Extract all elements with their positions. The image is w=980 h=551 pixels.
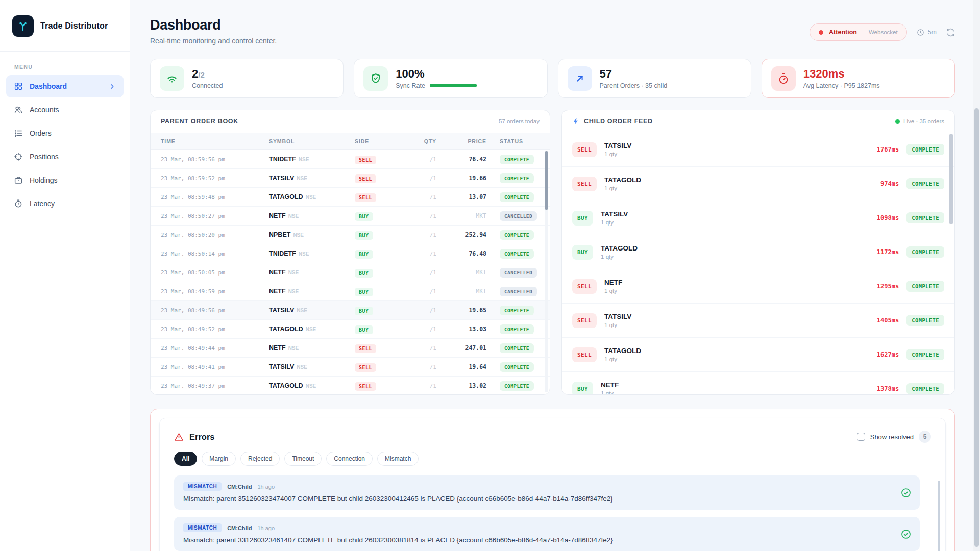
child-status-badge: COMPLETE <box>906 349 944 360</box>
child-status-badge: COMPLETE <box>906 281 944 292</box>
filter-chip-connection[interactable]: Connection <box>326 452 373 466</box>
errors-title: Errors <box>189 432 215 442</box>
resolve-check-icon[interactable] <box>900 487 912 498</box>
sidebar-item-holdings[interactable]: Holdings <box>6 169 124 191</box>
sidebar-item-orders[interactable]: Orders <box>6 122 124 144</box>
parent-order-book-title: PARENT ORDER BOOK <box>161 118 238 125</box>
order-symbol: TNIDETFNSE <box>269 156 355 163</box>
order-status-cell: CANCELLED <box>486 267 550 278</box>
order-row[interactable]: 23 Mar, 08:49:44 pmNETFNSESELL/1247.01CO… <box>151 339 550 358</box>
sidebar-item-label: Orders <box>30 129 52 137</box>
order-side-cell: SELL <box>355 155 402 164</box>
order-exchange: NSE <box>306 327 316 332</box>
attention-label: Attention <box>829 29 857 36</box>
child-feed-scrollbar <box>949 134 953 392</box>
order-symbol: NETFNSE <box>269 212 355 219</box>
show-resolved-label: Show resolved <box>870 433 914 441</box>
order-row[interactable]: 23 Mar, 08:59:52 pmTATSILVNSESELL/119.66… <box>151 169 550 188</box>
order-row[interactable]: 23 Mar, 08:50:20 pmNPBETNSEBUY/1252.94CO… <box>151 226 550 244</box>
sidebar-item-latency[interactable]: Latency <box>6 192 124 215</box>
order-time: 23 Mar, 08:49:44 pm <box>161 345 269 352</box>
side-badge: SELL <box>355 156 376 164</box>
order-row[interactable]: 23 Mar, 08:49:52 pmTATAGOLDNSEBUY/113.03… <box>151 320 550 339</box>
child-feed-rows: SELLTATSILV1 qty1767msCOMPLETESELLTATAGO… <box>562 133 954 395</box>
sidebar-item-label: Positions <box>30 153 59 161</box>
refresh-interval-label: 5m <box>928 29 937 36</box>
order-price: MKT <box>436 288 486 295</box>
child-side-badge: BUY <box>572 382 593 395</box>
column-header-symbol: SYMBOL <box>269 138 355 144</box>
order-row[interactable]: 23 Mar, 08:50:05 pmNETFNSEBUY/1MKTCANCEL… <box>151 263 550 282</box>
child-order-row: SELLTATAGOLD1 qty974msCOMPLETE <box>562 167 954 201</box>
sidebar-item-dashboard[interactable]: Dashboard <box>6 75 124 97</box>
stat-body: 57Parent Orders · 35 child <box>600 67 668 89</box>
order-row[interactable]: 23 Mar, 08:50:27 pmNETFNSEBUY/1MKTCANCEL… <box>151 207 550 226</box>
error-list: MISMATCHCM:Child1h agoMismatch: parent 3… <box>174 475 931 551</box>
errors-header: Errors Show resolved 5 <box>174 431 931 443</box>
stat-value: 1320ms <box>803 67 880 80</box>
child-order-metrics: 1767msCOMPLETE <box>877 144 944 155</box>
order-row[interactable]: 23 Mar, 08:49:37 pmTATAGOLDNSESELL/113.0… <box>151 377 550 395</box>
order-symbol: TNIDETFNSE <box>269 250 355 257</box>
filter-chip-all[interactable]: All <box>174 452 197 466</box>
filter-chip-mismatch[interactable]: Mismatch <box>377 452 419 466</box>
side-badge: SELL <box>355 174 376 183</box>
errors-scrollbar-thumb[interactable] <box>938 481 940 551</box>
order-row[interactable]: 23 Mar, 08:59:48 pmTATAGOLDNSESELL/113.0… <box>151 188 550 207</box>
filter-chip-rejected[interactable]: Rejected <box>240 452 280 466</box>
shield-check-icon <box>370 72 382 85</box>
brand: Trade Distributor <box>0 0 130 52</box>
error-scope: CM:Child <box>227 484 252 490</box>
order-row[interactable]: 23 Mar, 08:49:56 pmTATSILVNSEBUY/119.65C… <box>151 301 550 320</box>
child-order-info: NETF1 qty <box>601 381 619 395</box>
order-row[interactable]: 23 Mar, 08:49:41 pmTATSILVNSESELL/119.64… <box>151 358 550 377</box>
side-badge: SELL <box>355 363 376 372</box>
order-row[interactable]: 23 Mar, 08:50:14 pmTNIDETFNSEBUY/176.48C… <box>151 244 550 263</box>
sidebar: Trade Distributor MENU DashboardAccounts… <box>0 0 130 551</box>
sidebar-item-accounts[interactable]: Accounts <box>6 98 124 121</box>
sidebar-item-label: Latency <box>30 199 55 208</box>
order-time: 23 Mar, 08:50:20 pm <box>161 232 269 238</box>
errors-card: Errors Show resolved 5 AllMarginRejected… <box>150 409 955 551</box>
refresh-icon[interactable] <box>946 28 955 37</box>
child-symbol: TATAGOLD <box>604 347 641 355</box>
side-badge: BUY <box>355 250 373 259</box>
order-row[interactable]: 23 Mar, 08:59:56 pmTNIDETFNSESELL/176.42… <box>151 150 550 169</box>
order-time: 23 Mar, 08:50:05 pm <box>161 269 269 276</box>
status-badge: COMPLETE <box>500 362 534 372</box>
sidebar-item-positions[interactable]: Positions <box>6 145 124 168</box>
error-item: MISMATCHCM:Child1h agoMismatch: parent 3… <box>174 475 920 510</box>
child-qty: 1 qty <box>601 219 628 226</box>
parent-table-scrollbar-thumb[interactable] <box>545 151 548 210</box>
stat-body: 1320msAvg Latency · P95 1827ms <box>803 67 880 89</box>
attention-status-badge[interactable]: Attention Websocket <box>810 23 907 41</box>
child-qty: 1 qty <box>601 254 638 260</box>
order-row[interactable]: 23 Mar, 08:49:59 pmNETFNSEBUY/1MKTCANCEL… <box>151 282 550 301</box>
stat-value: 100% <box>396 67 477 80</box>
side-badge: BUY <box>355 231 373 240</box>
sidebar-item-label: Dashboard <box>30 82 67 90</box>
filter-chip-timeout[interactable]: Timeout <box>284 452 322 466</box>
page-title: Dashboard <box>150 17 277 33</box>
filter-chip-margin[interactable]: Margin <box>202 452 236 466</box>
resolve-check-icon[interactable] <box>900 529 912 540</box>
status-badge: COMPLETE <box>500 173 534 183</box>
panels-row: PARENT ORDER BOOK 57 orders today TIMESY… <box>150 110 955 395</box>
error-time: 1h ago <box>257 525 275 531</box>
order-price: 76.42 <box>436 156 486 163</box>
order-exchange: NSE <box>306 383 316 389</box>
order-status-cell: COMPLETE <box>486 381 550 391</box>
stat-value: 2/2 <box>192 67 223 80</box>
child-order-info: TATAGOLD1 qty <box>604 176 641 191</box>
order-time: 23 Mar, 08:49:56 pm <box>161 307 269 314</box>
child-order-feed-title: CHILD ORDER FEED <box>584 118 653 125</box>
page-scrollbar-thumb[interactable] <box>974 108 979 547</box>
order-price: 13.07 <box>436 193 486 201</box>
order-symbol: NPBETNSE <box>269 231 355 238</box>
users-icon <box>14 105 23 114</box>
order-qty: /1 <box>402 251 436 257</box>
show-resolved-checkbox[interactable] <box>857 433 865 441</box>
order-status-cell: COMPLETE <box>486 362 550 372</box>
stat-value: 57 <box>600 67 668 80</box>
child-feed-scrollbar-thumb[interactable] <box>949 134 953 224</box>
